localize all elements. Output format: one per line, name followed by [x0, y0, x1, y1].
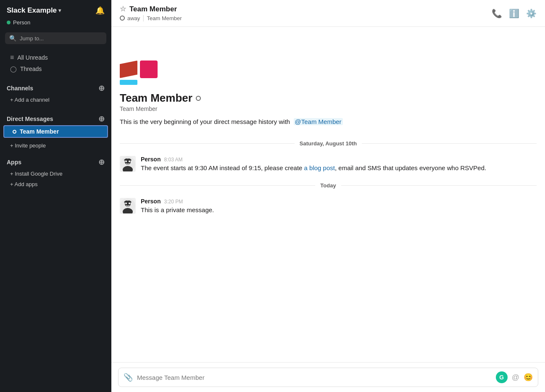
settings-icon[interactable]: ⚙️: [526, 8, 537, 18]
message-link-1[interactable]: a blog post: [304, 164, 335, 171]
apps-header-label: Apps: [7, 159, 21, 166]
date-divider-first-label: Saturday, August 10th: [300, 140, 357, 147]
date-divider-first: Saturday, August 10th: [120, 140, 537, 147]
emoji-picker-icon[interactable]: 😊: [524, 373, 533, 382]
avatar-shape-2: [140, 61, 158, 78]
channel-header-right: 📞 ℹ️ ⚙️: [492, 8, 537, 18]
sidebar-header: Slack Example ▾ 🔔: [0, 0, 111, 19]
add-apps-label: + Add apps: [10, 181, 37, 187]
message-row-2: Person 3:20 PM This is a private message…: [120, 195, 537, 218]
dm-header-label: Direct Messages: [7, 116, 53, 122]
add-channel-icon[interactable]: ⊕: [98, 84, 105, 93]
jump-to-icon: 🔍: [9, 35, 16, 42]
pipe-divider: |: [142, 14, 144, 22]
status-dot: [7, 21, 11, 24]
svg-point-8: [125, 203, 127, 204]
install-google-drive-link[interactable]: + Install Google Drive: [3, 168, 108, 179]
message-text-1: The event starts at 9:30 AM instead of 9…: [141, 163, 537, 173]
sidebar-item-threads[interactable]: ◯ Threads: [3, 63, 108, 74]
unreads-icon: ≡: [10, 54, 14, 61]
threads-label: Threads: [20, 66, 42, 72]
svg-point-3: [125, 160, 127, 162]
channels-header[interactable]: Channels ⊕: [0, 79, 111, 95]
history-text-prefix: This is the very beginning of your direc…: [120, 118, 290, 125]
user-name: Person: [13, 19, 30, 26]
install-google-drive-label: + Install Google Drive: [10, 171, 63, 177]
invite-people-label: + Invite people: [10, 142, 46, 149]
avatar-shape-1: [120, 61, 137, 78]
channels-header-label: Channels: [7, 85, 33, 92]
apps-header[interactable]: Apps ⊕: [0, 153, 111, 168]
dm-item-team-member-label: Team Member: [20, 128, 59, 135]
date-divider-second-label: Today: [320, 182, 336, 189]
star-channel-icon[interactable]: ☆: [120, 5, 126, 13]
threads-icon: ◯: [10, 66, 17, 72]
message-time-2: 3:20 PM: [164, 199, 183, 205]
apps-section: Apps ⊕ + Install Google Drive + Add apps: [0, 151, 111, 192]
channel-status-row: away | Team Member: [120, 14, 182, 22]
message-input-box: 📎 G @ 😊: [118, 368, 538, 387]
jump-to-button[interactable]: 🔍 Jump to...: [5, 32, 106, 44]
avatar-person-1: [120, 156, 136, 172]
message-header-1: Person 8:03 AM: [141, 156, 537, 163]
direct-messages-section: Direct Messages ⊕ Team Member: [0, 108, 111, 140]
avatar-person-2: [120, 198, 136, 214]
channel-name: Team Member: [129, 5, 177, 13]
dm-header[interactable]: Direct Messages ⊕: [0, 110, 111, 125]
channel-header-left: ☆ Team Member away | Team Member: [120, 5, 182, 22]
jump-to-label: Jump to...: [20, 35, 44, 42]
info-icon[interactable]: ℹ️: [509, 8, 519, 18]
workspace-name-text: Slack Example: [7, 6, 57, 15]
dm-status-circle: [13, 130, 16, 134]
unreads-label: All Unreads: [17, 54, 47, 61]
channel-subtitle: Team Member: [147, 15, 182, 21]
message-header-2: Person 3:20 PM: [141, 198, 537, 205]
dm-item-team-member[interactable]: Team Member: [4, 126, 107, 137]
message-time-1: 8:03 AM: [164, 157, 182, 163]
channel-status: away: [127, 15, 140, 21]
message-content-2: Person 3:20 PM This is a private message…: [141, 198, 537, 215]
channel-name-row: ☆ Team Member: [120, 5, 182, 13]
dm-mention[interactable]: @Team Member: [294, 118, 343, 125]
message-input[interactable]: [137, 374, 492, 381]
at-icon[interactable]: @: [512, 373, 519, 382]
attach-icon[interactable]: 📎: [124, 373, 133, 382]
dm-item-team-member-wrapper: Team Member: [3, 125, 108, 138]
sidebar: Slack Example ▾ 🔔 Person 🔍 Jump to... ≡ …: [0, 0, 111, 392]
workspace-name[interactable]: Slack Example ▾: [7, 6, 61, 15]
message-row: Person 8:03 AM The event starts at 9:30 …: [120, 153, 537, 176]
bell-icon[interactable]: 🔔: [95, 6, 105, 15]
dm-intro-avatars: [120, 61, 537, 85]
message-content-1: Person 8:03 AM The event starts at 9:30 …: [141, 156, 537, 173]
svg-point-4: [129, 160, 130, 162]
message-sender-1: Person: [141, 156, 161, 163]
add-dm-icon[interactable]: ⊕: [98, 114, 105, 124]
svg-point-9: [129, 203, 130, 204]
user-status: Person: [0, 19, 111, 31]
add-channel-link[interactable]: + Add a channel: [3, 95, 108, 105]
message-sender-2: Person: [141, 198, 161, 205]
add-apps-link[interactable]: + Add apps: [3, 179, 108, 189]
nav-section: ≡ All Unreads ◯ Threads: [0, 49, 111, 77]
dm-history-text: This is the very beginning of your direc…: [120, 118, 537, 125]
channel-header: ☆ Team Member away | Team Member 📞 ℹ️ ⚙️: [111, 0, 545, 27]
away-circle-icon: [120, 16, 125, 21]
avatar-shape-teal: [120, 80, 137, 85]
add-channel-label: + Add a channel: [10, 97, 50, 103]
dm-name-text: Team Member: [120, 92, 192, 105]
workspace-chevron: ▾: [58, 8, 61, 13]
dm-away-circle: [196, 96, 201, 101]
invite-people-link[interactable]: + Invite people: [3, 140, 108, 151]
date-divider-second: Today: [120, 182, 537, 189]
dm-intro-name: Team Member: [120, 92, 537, 105]
main-content: ☆ Team Member away | Team Member 📞 ℹ️ ⚙️: [111, 0, 545, 392]
message-input-area: 📎 G @ 😊: [111, 362, 545, 392]
grammarly-button[interactable]: G: [496, 371, 508, 383]
dm-intro-subtitle: Team Member: [120, 105, 537, 112]
message-text-2: This is a private message.: [141, 205, 537, 215]
sidebar-item-all-unreads[interactable]: ≡ All Unreads: [3, 52, 108, 63]
dm-intro: Team Member Team Member This is the very…: [120, 35, 537, 134]
add-app-icon[interactable]: ⊕: [98, 158, 105, 167]
channels-section: Channels ⊕ + Add a channel: [0, 77, 111, 108]
phone-icon[interactable]: 📞: [492, 8, 502, 18]
